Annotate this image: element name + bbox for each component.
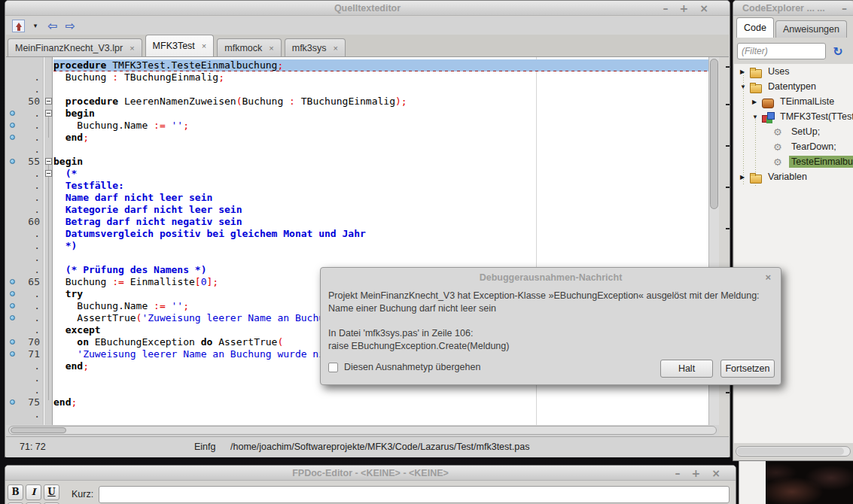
tree-expand-icon[interactable]: ▶ — [740, 68, 750, 75]
explorer-hscrollbar[interactable] — [736, 446, 851, 457]
tree-expand-icon[interactable]: ▼ — [752, 114, 762, 120]
code-line: Testfälle: — [53, 180, 708, 192]
gutter-row[interactable]: . — [6, 252, 43, 264]
explorer-tab-anweisungen[interactable]: Anweisungen — [775, 20, 847, 38]
explorer-hscrollbar-thumb[interactable] — [737, 448, 844, 455]
gutter-row[interactable]: . — [6, 144, 43, 156]
editor-tab-meinfinanzknecht-v3-lpr[interactable]: MeinFinanzKnecht_V3.lpr× — [8, 38, 142, 56]
gutter-row[interactable]: . — [6, 228, 43, 240]
gutter-row[interactable]: 60 — [6, 216, 43, 228]
tree-expand-icon[interactable]: ▼ — [740, 83, 750, 90]
gutter-row[interactable]: . — [6, 360, 43, 372]
tab-close-icon[interactable]: × — [334, 44, 338, 53]
gutter-row[interactable]: . — [6, 132, 43, 144]
editor-foldcol[interactable] — [44, 57, 53, 425]
jump-back-icon[interactable]: ⇦ — [46, 18, 59, 33]
maximize-icon[interactable]: + — [680, 1, 689, 16]
close-icon[interactable]: × — [765, 272, 771, 283]
gutter-row[interactable]: 55 — [6, 156, 43, 168]
tree-item-teinmalliste[interactable]: ▶TEinmalListe — [734, 94, 853, 109]
vscrollbar-thumb[interactable] — [710, 59, 718, 209]
tree-expand-icon[interactable]: ▶ — [752, 99, 762, 105]
editor-tab-mfkmock[interactable]: mfkmock× — [217, 38, 281, 56]
tree-item-variablen[interactable]: ▶Variablen — [734, 169, 853, 184]
gutter-row[interactable]: 75 — [6, 396, 43, 408]
tree-item-label: SetUp; — [789, 126, 822, 138]
gutter-row[interactable] — [6, 59, 43, 71]
hscrollbar-track[interactable] — [8, 426, 717, 435]
halt-button[interactable]: Halt — [660, 360, 713, 378]
italic-button[interactable]: I — [26, 484, 41, 500]
editor-gutter[interactable]: ..50....55....60....65....7071...75. — [6, 57, 44, 425]
gutter-row[interactable]: . — [6, 168, 43, 180]
code-line: Kategorie darf nicht leer sein — [53, 204, 708, 216]
code-line — [53, 252, 708, 264]
editor-hscrollbar[interactable] — [6, 425, 719, 436]
tab-close-icon[interactable]: × — [129, 44, 134, 53]
gutter-row[interactable]: 71 — [6, 348, 43, 360]
gutter-row[interactable]: . — [6, 108, 43, 120]
editor-toolbar: ▾ ⇦ ⇨ — [6, 17, 729, 35]
gutter-row[interactable]: 65 — [6, 276, 43, 288]
gutter-row[interactable]: . — [6, 240, 43, 252]
gutter-row[interactable]: 70 — [6, 336, 43, 348]
tree-item-teardown[interactable]: ⚙TearDown; — [734, 139, 853, 154]
jump-forward-icon[interactable]: ⇨ — [63, 18, 77, 33]
editor-tab-mfk3sys[interactable]: mfk3sys× — [285, 38, 346, 56]
editor-titlebar[interactable]: Quelltexteditor – + × — [5, 1, 730, 16]
short-description-input[interactable] — [99, 486, 730, 503]
tree-expand-icon[interactable]: ▶ — [740, 174, 750, 181]
tree-item-setup[interactable]: ⚙SetUp; — [734, 124, 853, 139]
line-number: . — [34, 180, 40, 192]
ignore-exception-checkbox[interactable] — [328, 363, 338, 372]
maximize-icon[interactable]: + — [692, 466, 701, 481]
gutter-row[interactable]: . — [6, 372, 43, 384]
line-number: 60 — [28, 216, 40, 228]
gutter-row[interactable]: 50 — [6, 96, 43, 108]
close-icon[interactable]: × — [711, 466, 720, 481]
minimize-icon[interactable]: – — [675, 466, 681, 481]
gutter-row[interactable]: . — [6, 408, 43, 421]
tree-item-datentypen[interactable]: ▼Datentypen — [734, 79, 853, 94]
code-fold-toggle[interactable] — [45, 170, 52, 177]
tree-item-tmfk3test-ttestc[interactable]: ▼TMFK3Test(TTestC — [734, 109, 853, 124]
underline-button[interactable]: U — [44, 484, 59, 500]
gutter-row[interactable]: . — [6, 180, 43, 192]
editor-statusbar: 71: 72 Einfg /home/joachim/Softwareproje… — [6, 436, 729, 457]
tab-close-icon[interactable]: × — [269, 44, 273, 53]
line-number: . — [34, 120, 40, 132]
tree-item-testeeinmalbuc[interactable]: ⚙TesteEinmalbuc — [734, 154, 853, 169]
debug-line-marker — [10, 279, 15, 284]
fpdoc-titlebar[interactable]: FPDoc-Editor - <KEINE> - <KEINE> – + × — [5, 466, 736, 481]
chevron-down-icon[interactable]: ▾ — [29, 18, 42, 33]
goto-marker-button[interactable] — [11, 18, 25, 33]
minimize-icon[interactable]: – — [842, 1, 847, 16]
gutter-row[interactable]: . — [6, 83, 43, 96]
bold-button[interactable]: B — [8, 484, 23, 500]
gutter-row[interactable]: . — [6, 288, 43, 300]
editor-tab-mfk3test[interactable]: MFK3Test× — [145, 35, 215, 56]
minimize-icon[interactable]: – — [663, 1, 669, 16]
code-fold-toggle[interactable] — [45, 98, 52, 105]
gutter-row[interactable]: . — [6, 300, 43, 312]
gutter-row[interactable]: . — [6, 324, 43, 336]
tree-item-uses[interactable]: ▶Uses — [734, 64, 853, 79]
gutter-row[interactable]: . — [6, 204, 43, 216]
filter-input[interactable] — [737, 43, 826, 59]
refresh-icon[interactable]: ↻ — [830, 43, 846, 59]
gutter-row[interactable]: . — [6, 71, 43, 83]
code-fold-toggle[interactable] — [45, 158, 52, 165]
tab-close-icon[interactable]: × — [202, 41, 206, 50]
gutter-row[interactable]: . — [6, 192, 43, 204]
code-explorer-window: CodeExplorer ... ... – CodeAnweisungen ↻… — [733, 0, 853, 461]
explorer-tab-code[interactable]: Code — [736, 17, 774, 38]
code-fold-toggle[interactable] — [45, 110, 52, 117]
hscrollbar-thumb[interactable] — [11, 427, 66, 433]
close-icon[interactable]: × — [699, 1, 708, 16]
explorer-titlebar[interactable]: CodeExplorer ... ... – — [733, 1, 853, 16]
gutter-row[interactable]: . — [6, 384, 43, 396]
continue-button[interactable]: Fortsetzen — [720, 360, 775, 378]
gutter-row[interactable]: . — [6, 264, 43, 276]
gutter-row[interactable]: . — [6, 120, 43, 132]
gutter-row[interactable]: . — [6, 312, 43, 324]
